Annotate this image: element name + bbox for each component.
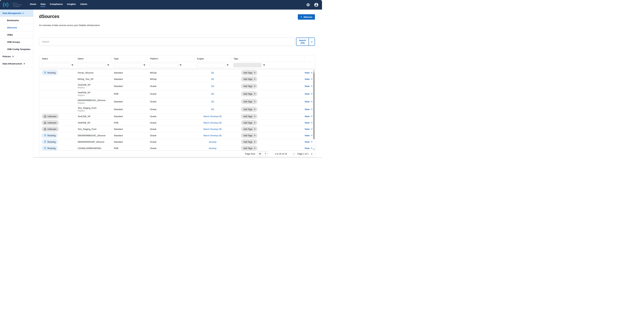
filter-icon[interactable] <box>180 64 182 66</box>
view-link[interactable]: View <box>305 147 312 150</box>
sidebar-item-vdb-groups[interactable]: VDB Groups <box>0 38 33 46</box>
add-tags-button[interactable]: Add Tags <box>241 99 258 104</box>
main-content: dSources + dSource An overview of data s… <box>33 9 322 158</box>
filter-icon[interactable] <box>72 64 73 66</box>
dsource-name: CDOMLOSRB5A8PDB1 <box>78 147 111 150</box>
view-link[interactable]: View <box>305 78 312 80</box>
scroll-down-arrow[interactable] <box>313 149 314 150</box>
type-cell: Standard <box>111 71 147 74</box>
engine-link[interactable]: develop <box>209 147 216 150</box>
add-tags-button[interactable]: Add Tags <box>241 91 258 96</box>
previous-page-button[interactable] <box>294 153 295 155</box>
view-link[interactable]: View <box>305 85 312 87</box>
filter-input-name[interactable] <box>77 63 106 67</box>
next-page-button[interactable] <box>311 153 312 155</box>
table-row[interactable]: Running Ferrari_dSource Standard MSSql D… <box>39 70 315 76</box>
sidebar-item-data-infrastructure[interactable]: Data Infrastructure <box>0 60 33 67</box>
add-tags-button[interactable]: Add Tags <box>241 139 258 144</box>
search-options-dropdown[interactable] <box>308 38 314 45</box>
filter-icon[interactable] <box>227 64 228 66</box>
engine-link[interactable]: DE <box>211 93 214 95</box>
filter-input-platform[interactable] <box>150 63 178 67</box>
nav-item-data[interactable]: Data <box>40 3 46 7</box>
add-tags-button[interactable]: Add Tags <box>241 107 258 112</box>
filter-icon[interactable] <box>107 64 109 66</box>
sidebar-item-vdbs[interactable]: VDBs <box>0 31 33 38</box>
search-all-button[interactable]: Search(All) <box>296 38 308 45</box>
table-row[interactable]: Running DBOMSRBBDC6C_dSource Standard Or… <box>39 132 315 139</box>
engine-link[interactable]: DE <box>211 78 214 80</box>
nav-item-compliance[interactable]: Compliance <box>50 3 63 7</box>
chevron-right-icon <box>12 56 14 57</box>
table-row[interactable]: Running DBOMSR9051BF_dSource Standard Or… <box>39 139 315 145</box>
add-tags-button[interactable]: Add Tags <box>241 146 258 151</box>
scrollbar-thumb[interactable] <box>313 72 314 139</box>
table-row[interactable]: DBOMSRBBDC6C_dSourceReplica Standard Ora… <box>39 98 315 106</box>
engine-link[interactable]: DE <box>211 108 214 111</box>
table-row[interactable]: ?Unknown TestCDB_SP Standard Oracle Marc… <box>39 113 315 120</box>
column-header-platform[interactable]: Platform <box>147 56 194 62</box>
table-row[interactable]: TestCDB_SPReplica Standard Oracle DE Add… <box>39 82 315 90</box>
table-row[interactable]: ?Unknown TestPDB_SP PDB Oracle March Dev… <box>39 120 315 126</box>
view-link[interactable]: View <box>305 71 312 74</box>
add-tags-button[interactable]: Add Tags <box>241 70 258 75</box>
view-link[interactable]: View <box>305 134 312 137</box>
add-tags-button[interactable]: Add Tags <box>241 133 258 138</box>
add-dsource-button[interactable]: + dSource <box>298 14 315 20</box>
nav-item-admin[interactable]: Admin <box>80 3 87 7</box>
view-link[interactable]: View <box>305 128 312 130</box>
sidebar-item-bookmarks[interactable]: Bookmarks <box>0 17 33 24</box>
view-link[interactable]: View <box>305 108 312 111</box>
filter-input-engine[interactable] <box>197 63 225 67</box>
engine-link[interactable]: develop <box>209 141 216 143</box>
chip-icon[interactable] <box>306 3 310 7</box>
nav-item-insights[interactable]: Insights <box>67 3 76 7</box>
filter-icon[interactable] <box>144 64 145 66</box>
table-row[interactable]: ?Unknown Test_Staging_Push Standard Orac… <box>39 126 315 132</box>
add-tags-button[interactable]: Add Tags <box>241 84 258 89</box>
view-link[interactable]: View <box>305 100 312 103</box>
add-tags-button[interactable]: Add Tags <box>241 114 258 119</box>
engine-link[interactable]: March Develop DE <box>204 115 222 118</box>
add-tags-button[interactable]: Add Tags <box>241 77 258 82</box>
status-icon: ? <box>44 122 46 124</box>
type-cell: PDB <box>111 93 147 95</box>
engine-link[interactable]: DE <box>211 100 214 103</box>
column-header-engine[interactable]: Engine <box>194 56 231 62</box>
add-tags-button[interactable]: Add Tags <box>241 127 258 132</box>
engine-link[interactable]: DE <box>211 71 214 74</box>
view-link[interactable]: View <box>305 122 312 124</box>
column-header-tags[interactable]: Tags <box>231 56 268 62</box>
table-row[interactable]: Running CDOMLOSRB5A8PDB1 PDB Oracle deve… <box>39 145 315 151</box>
account-icon[interactable] <box>314 2 319 7</box>
table-row[interactable]: MSSql_Test_SP Standard MSSql DE Add Tags… <box>39 76 315 82</box>
table-row[interactable]: Test_Staging_PushReplica Standard Oracle… <box>39 106 315 113</box>
scroll-up-arrow[interactable] <box>313 70 314 71</box>
chevron-right-icon <box>254 85 255 87</box>
sidebar-item-dsources[interactable]: dSources <box>0 24 33 31</box>
table-filter-row <box>39 62 315 68</box>
table-row[interactable]: TestPDB_SPReplica PDB Oracle DE Add Tags… <box>39 90 315 98</box>
column-header-type[interactable]: Type <box>111 56 147 62</box>
filter-input-status[interactable] <box>42 63 70 67</box>
engine-link[interactable]: March Develop DE <box>204 134 222 137</box>
column-header-status[interactable]: Status <box>39 56 75 62</box>
type-cell: Standard <box>111 78 147 80</box>
column-header-name[interactable]: Name <box>75 56 111 62</box>
add-tags-button[interactable]: Add Tags <box>241 120 258 125</box>
column-header-empty <box>268 56 304 62</box>
view-link[interactable]: View <box>305 141 312 143</box>
filter-input-type[interactable] <box>114 63 142 67</box>
search-input[interactable] <box>39 38 295 46</box>
nav-item-home[interactable]: Home <box>30 3 36 7</box>
filter-icon[interactable] <box>263 64 265 66</box>
view-link[interactable]: View <box>305 115 312 118</box>
view-link[interactable]: View <box>305 93 312 95</box>
sidebar-item-policies[interactable]: Policies <box>0 53 33 60</box>
engine-link[interactable]: March Develop DE <box>204 128 222 130</box>
engine-link[interactable]: March Develop DE <box>204 122 222 124</box>
engine-link[interactable]: DE <box>211 85 214 87</box>
page-size-select[interactable]: 50 <box>257 152 268 156</box>
sidebar-item-data-management[interactable]: Data Management <box>0 9 33 17</box>
sidebar-item-vdb-config-templates[interactable]: VDB Config Templates <box>0 46 33 53</box>
